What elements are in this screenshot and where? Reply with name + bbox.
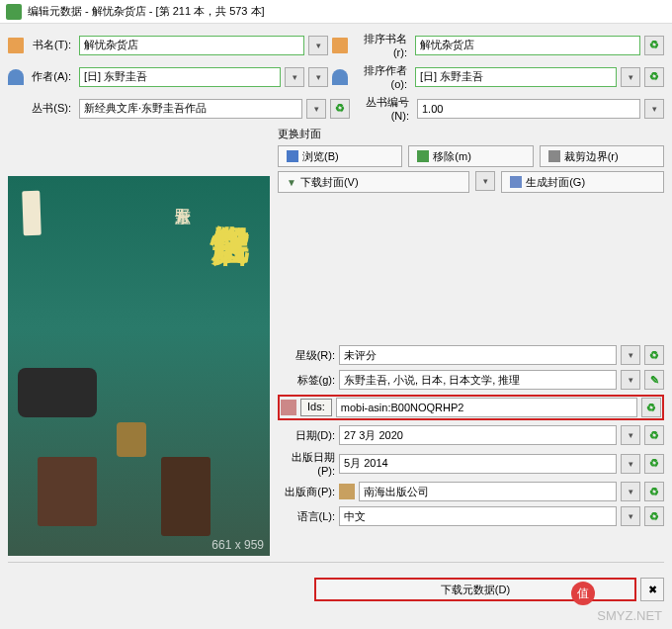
language-label: 语言(L): — [278, 509, 335, 524]
crop-button[interactable]: 裁剪边界(r) — [540, 145, 664, 167]
cover-decoration — [117, 422, 146, 457]
title-dropdown[interactable] — [308, 36, 328, 55]
window-title: 编辑元数据 - 解忧杂货店 - [第 211 本，共 573 本] — [28, 4, 265, 19]
tags-label: 标签(g): — [278, 373, 335, 388]
ids-label: Ids: — [300, 399, 332, 416]
ids-input[interactable] — [336, 398, 637, 417]
recycle-icon[interactable]: ♻ — [644, 506, 664, 526]
browse-button[interactable]: 浏览(B) — [278, 145, 402, 167]
language-input[interactable] — [339, 506, 617, 526]
author-input[interactable] — [79, 67, 281, 87]
trim-button[interactable]: 移除(m) — [408, 145, 533, 167]
recycle-icon[interactable]: ♻ — [641, 398, 661, 417]
series-num-input[interactable] — [417, 99, 640, 119]
publisher-label: 出版商(P): — [278, 485, 335, 499]
date-dropdown[interactable] — [621, 425, 640, 445]
recycle-icon[interactable]: ♻ — [644, 36, 664, 55]
author-dropdown[interactable] — [285, 67, 304, 87]
cover-image[interactable]: 解忧杂货店 东野圭吾 661 x 959 — [8, 176, 270, 556]
person-icon — [332, 69, 348, 85]
series-dropdown[interactable] — [306, 99, 326, 119]
publisher-dropdown[interactable] — [621, 482, 640, 501]
cover-column: 解忧杂货店 东野圭吾 661 x 959 — [8, 127, 270, 556]
cover-buttons-2: 下载封面(V) 生成封面(G) — [278, 171, 664, 193]
rating-label: 星级(R): — [278, 348, 335, 363]
recycle-icon — [417, 150, 429, 162]
app-icon — [6, 4, 22, 20]
cover-decoration — [38, 457, 97, 526]
sort-title-label: 排序书名(r): — [352, 32, 411, 58]
pubdate-dropdown[interactable] — [621, 454, 640, 474]
cover-decoration — [18, 368, 97, 417]
publisher-input[interactable] — [359, 482, 617, 501]
tags-input[interactable] — [339, 370, 617, 390]
watermark-badge: 值 — [571, 582, 595, 605]
book-icon — [332, 38, 348, 53]
series-num-label: 丛书编号(N): — [354, 95, 413, 122]
cover-buttons-1: 浏览(B) 移除(m) 裁剪边界(r) — [278, 145, 664, 167]
right-column: 更换封面 浏览(B) 移除(m) 裁剪边界(r) 下载封面(V) 生成封面(G)… — [278, 127, 664, 556]
divider — [8, 562, 664, 563]
tags-dropdown[interactable] — [621, 370, 640, 390]
tags-row: 标签(g): ✎ — [278, 370, 664, 390]
language-row: 语言(L): ♻ — [278, 506, 664, 526]
person-icon — [8, 69, 24, 85]
pubdate-label: 出版日期(P): — [278, 450, 335, 477]
recycle-icon[interactable]: ♻ — [644, 67, 664, 87]
ids-icon — [281, 400, 296, 415]
author-label: 作者(A): — [28, 69, 75, 84]
series-input[interactable] — [79, 99, 302, 119]
title-bar: 编辑元数据 - 解忧杂货店 - [第 211 本，共 573 本] — [0, 0, 672, 24]
language-dropdown[interactable] — [621, 506, 640, 526]
series-row: 丛书(S): ♻ 丛书编号(N): — [8, 95, 664, 122]
recycle-icon[interactable]: ♻ — [644, 425, 664, 445]
title-label: 书名(T): — [28, 38, 75, 52]
date-row: 日期(D): ♻ — [278, 425, 664, 445]
rating-input[interactable] — [339, 345, 617, 365]
download-cover-menu[interactable] — [475, 171, 495, 191]
recycle-icon[interactable]: ♻ — [644, 345, 664, 365]
content-area: 书名(T): 排序书名(r): ♻ 作者(A): 排序作者(o): ♻ 丛书(S… — [0, 24, 672, 577]
recycle-icon[interactable]: ♻ — [644, 482, 664, 501]
rating-row: 星级(R): ♻ — [278, 345, 664, 365]
sort-author-dropdown[interactable] — [621, 67, 640, 87]
author-row: 作者(A): 排序作者(o): ♻ — [8, 63, 664, 90]
download-cover-button[interactable]: 下载封面(V) — [278, 171, 469, 193]
pubdate-row: 出版日期(P): ♻ — [278, 450, 664, 477]
tools-button[interactable]: ✖ — [640, 578, 664, 601]
cover-decoration — [161, 457, 210, 536]
cover-section-label: 更换封面 — [278, 127, 664, 141]
book-icon — [8, 38, 24, 53]
tags-edit-button[interactable]: ✎ — [644, 370, 664, 390]
generate-cover-button[interactable]: 生成封面(G) — [501, 171, 664, 193]
publisher-icon — [339, 484, 355, 499]
date-label: 日期(D): — [278, 428, 335, 443]
publisher-row: 出版商(P): ♻ — [278, 482, 664, 501]
cover-decoration — [22, 191, 42, 236]
generate-icon — [510, 176, 522, 188]
author-edit[interactable] — [308, 67, 328, 87]
footer: 下载元数据(D) ✖ — [8, 578, 664, 601]
rating-dropdown[interactable] — [621, 345, 640, 365]
recycle-icon[interactable]: ♻ — [644, 454, 664, 474]
series-label: 丛书(S): — [28, 101, 75, 116]
sort-author-input[interactable] — [415, 67, 617, 87]
recycle-icon[interactable]: ♻ — [330, 99, 350, 119]
download-icon — [287, 176, 296, 188]
title-row: 书名(T): 排序书名(r): ♻ — [8, 32, 664, 58]
series-num-spinner[interactable] — [644, 99, 664, 119]
watermark-text: SMYZ.NET — [597, 608, 662, 623]
ids-row: Ids: ♻ — [278, 395, 664, 420]
date-input[interactable] — [339, 425, 617, 445]
folder-icon — [287, 150, 298, 162]
main-area: 解忧杂货店 东野圭吾 661 x 959 更换封面 浏览(B) 移除(m) 裁剪… — [8, 127, 664, 556]
pubdate-input[interactable] — [339, 454, 617, 474]
crop-icon — [548, 150, 560, 162]
title-input[interactable] — [79, 36, 304, 55]
sort-title-input[interactable] — [415, 36, 640, 55]
cover-dimensions: 661 x 959 — [211, 538, 264, 552]
sort-author-label: 排序作者(o): — [352, 63, 411, 90]
